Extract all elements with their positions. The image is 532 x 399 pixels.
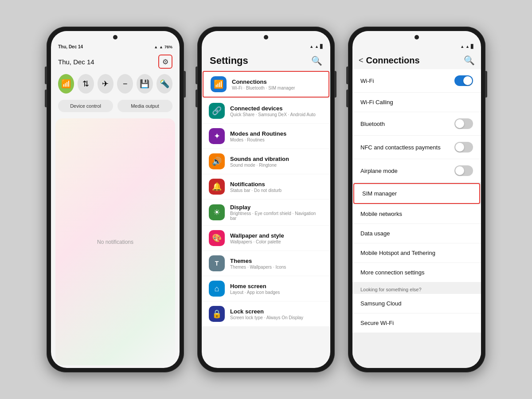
settings-item-wallpaper[interactable]: 🎨 Wallpaper and style Wallpapers · Color…: [202, 226, 330, 250]
modes-icon: ✦: [209, 128, 225, 144]
lockscreen-icon: 🔒: [209, 306, 225, 322]
settings-item-themes[interactable]: T Themes Themes · Wallpapers · Icons: [202, 251, 330, 276]
status-bar-3: ▲ ▲ ▊: [352, 43, 481, 50]
notifications-text: Notifications Status bar · Do not distur…: [230, 181, 323, 193]
status-bar-1: Thu, Dec 14 ▲ ▲ 76%: [51, 43, 180, 50]
conn-mobile-networks[interactable]: Mobile networks: [352, 204, 481, 224]
display-text: Display Brightness · Eye comfort shield …: [230, 204, 323, 221]
conn-nfc[interactable]: NFC and contactless payments: [352, 136, 481, 159]
settings-item-connections[interactable]: 📶 Connections Wi-Fi · Bluetooth · SIM ma…: [203, 71, 329, 98]
sounds-sub: Sound mode · Ringtone: [230, 163, 323, 168]
battery-icon-2: ▊: [320, 44, 323, 49]
themes-sub: Themes · Wallpapers · Icons: [230, 265, 323, 270]
status-icons-2: ▲ ▲ ▊: [309, 44, 323, 49]
minus-icon: −: [123, 79, 128, 89]
sim-manager-label: SIM manager: [362, 190, 397, 197]
flashlight-icon: 🔦: [160, 79, 169, 89]
display-sub: Brightness · Eye comfort shield · Naviga…: [230, 211, 323, 221]
settings-item-lockscreen[interactable]: 🔒 Lock screen Screen lock type · Always …: [202, 301, 330, 326]
notifications-name: Notifications: [230, 181, 323, 188]
settings-item-sounds[interactable]: 🔊 Sounds and vibration Sound mode · Ring…: [202, 149, 330, 174]
conn-samsung-cloud[interactable]: Samsung Cloud: [352, 294, 481, 313]
wifi-toggle[interactable]: 📶: [58, 74, 74, 94]
media-output-button[interactable]: Media output: [117, 100, 172, 112]
conn-hotspot[interactable]: Mobile Hotspot and Tethering: [352, 243, 481, 263]
homescreen-icon: ⌂: [209, 281, 225, 297]
settings-item-modes[interactable]: ✦ Modes and Routines Modes · Routines: [202, 124, 330, 149]
save-toggle[interactable]: 💾: [137, 74, 153, 94]
flashlight-toggle[interactable]: 🔦: [156, 74, 172, 94]
conn-airplane[interactable]: Airplane mode: [352, 159, 481, 183]
no-notifications-label: No notifications: [97, 239, 133, 245]
themes-name: Themes: [230, 258, 323, 264]
settings-list: 📶 Connections Wi-Fi · Bluetooth · SIM ma…: [202, 70, 330, 368]
modes-name: Modes and Routines: [230, 130, 323, 137]
airplane-toggle-switch[interactable]: [454, 165, 473, 176]
conn-more-settings[interactable]: More connection settings: [352, 263, 481, 282]
samsung-cloud-label: Samsung Cloud: [360, 300, 402, 307]
airplane-toggle[interactable]: ✈: [98, 74, 113, 94]
phone1-content: Thu, Dec 14 ⚙ 📶 ⇅ ✈ − 💾: [51, 50, 180, 368]
status-icons-3: ▲ ▲ ▊: [460, 44, 474, 49]
data-usage-label: Data usage: [360, 230, 390, 237]
notch-bar-2: [202, 31, 330, 43]
nfc-label: NFC and contactless payments: [360, 144, 441, 151]
notch-bar-3: [352, 31, 481, 43]
connections-sub: Wi-Fi · Bluetooth · SIM manager: [232, 86, 321, 90]
wallpaper-text: Wallpaper and style Wallpapers · Color p…: [230, 232, 323, 244]
homescreen-sub: Layout · App icon badges: [230, 290, 323, 295]
wifi-toggle-switch[interactable]: [454, 75, 473, 86]
wifi-label: Wi-Fi: [360, 78, 374, 84]
settings-gear-button[interactable]: ⚙: [158, 55, 172, 69]
themes-text: Themes Themes · Wallpapers · Icons: [230, 258, 323, 270]
qs-date: Thu, Dec 14: [58, 58, 94, 66]
signal-icon-3: ▲: [466, 44, 469, 49]
modes-sub: Modes · Routines: [230, 137, 323, 142]
sounds-icon: 🔊: [209, 153, 225, 169]
connected-devices-text: Connected devices Quick Share · Samsung …: [230, 105, 323, 117]
conn-sim-manager[interactable]: SIM manager: [353, 183, 480, 204]
conn-secure-wifi[interactable]: Secure Wi-Fi: [352, 313, 481, 333]
display-icon: ☀: [209, 204, 225, 220]
quick-settings-icons: 📶 ⇅ ✈ − 💾 🔦: [51, 71, 180, 96]
search-icon-2[interactable]: 🔍: [311, 55, 322, 66]
themes-icon: T: [209, 255, 225, 271]
homescreen-name: Home screen: [230, 283, 323, 289]
phone2-content: Settings 🔍 📶 Connections Wi-Fi · Bluetoo…: [202, 50, 330, 368]
device-control-button[interactable]: Device control: [58, 100, 113, 112]
homescreen-text: Home screen Layout · App icon badges: [230, 283, 323, 295]
connections-text: Connections Wi-Fi · Bluetooth · SIM mana…: [232, 78, 321, 90]
sounds-text: Sounds and vibration Sound mode · Ringto…: [230, 156, 323, 168]
wallpaper-sub: Wallpapers · Color palette: [230, 239, 323, 244]
settings-item-homescreen[interactable]: ⌂ Home screen Layout · App icon badges: [202, 276, 330, 301]
bluetooth-toggle-switch[interactable]: [454, 118, 473, 129]
dnd-toggle[interactable]: −: [117, 74, 133, 94]
mobile-networks-label: Mobile networks: [360, 211, 402, 217]
gear-icon: ⚙: [162, 58, 168, 66]
settings-item-display[interactable]: ☀ Display Brightness · Eye comfort shiel…: [202, 200, 330, 225]
connections-header: < Connections 🔍: [352, 50, 481, 69]
status-time: Thu, Dec 14: [58, 44, 83, 49]
wifi-icon-3: ▲: [460, 44, 464, 49]
camera-dot-1: [113, 35, 117, 39]
back-button[interactable]: <: [359, 56, 364, 65]
settings-item-notifications[interactable]: 🔔 Notifications Status bar · Do not dist…: [202, 174, 330, 199]
connections-name: Connections: [232, 78, 321, 85]
lockscreen-text: Lock screen Screen lock type · Always On…: [230, 308, 323, 320]
connections-icon: 📶: [211, 76, 227, 92]
notch-bar-1: [51, 31, 180, 43]
nfc-toggle-switch[interactable]: [454, 142, 473, 153]
conn-data-usage[interactable]: Data usage: [352, 224, 481, 243]
hotspot-label: Mobile Hotspot and Tethering: [360, 250, 435, 256]
conn-wifi[interactable]: Wi-Fi: [352, 69, 481, 93]
wifi-icon: 📶: [61, 79, 71, 89]
connections-search-icon[interactable]: 🔍: [464, 55, 475, 66]
wallpaper-icon: 🎨: [209, 230, 225, 246]
qs-controls: Device control Media output: [51, 96, 180, 116]
settings-item-connected-devices[interactable]: 🔗 Connected devices Quick Share · Samsun…: [202, 98, 330, 123]
conn-wifi-calling[interactable]: Wi-Fi Calling: [352, 93, 481, 112]
lockscreen-sub: Screen lock type · Always On Display: [230, 315, 323, 320]
data-toggle[interactable]: ⇅: [78, 74, 94, 94]
conn-bluetooth[interactable]: Bluetooth: [352, 112, 481, 136]
wifi-icon: ▲: [154, 45, 158, 49]
